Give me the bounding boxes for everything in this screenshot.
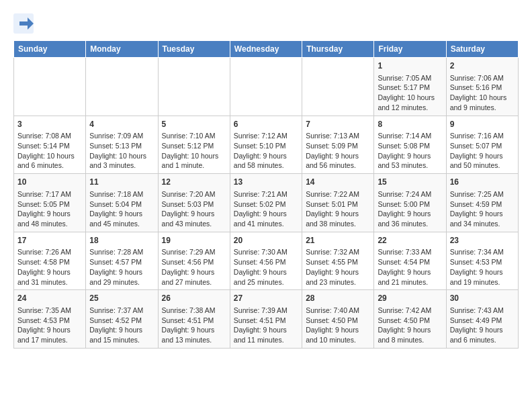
day-info: Sunrise: 7:25 AM bbox=[450, 189, 515, 199]
calendar-cell: 4Sunrise: 7:09 AMSunset: 5:13 PMDaylight… bbox=[86, 116, 158, 174]
day-info: Sunset: 5:07 PM bbox=[450, 141, 515, 151]
day-info: Sunrise: 7:13 AM bbox=[306, 131, 370, 141]
day-info: Sunset: 5:01 PM bbox=[306, 199, 370, 210]
day-number: 17 bbox=[17, 235, 82, 246]
calendar-cell: 16Sunrise: 7:25 AMSunset: 4:59 PMDayligh… bbox=[446, 174, 518, 232]
calendar-cell: 19Sunrise: 7:29 AMSunset: 4:56 PMDayligh… bbox=[158, 232, 230, 290]
day-number: 27 bbox=[234, 293, 298, 304]
day-info: Sunrise: 7:35 AM bbox=[17, 306, 82, 316]
day-number: 3 bbox=[17, 119, 82, 130]
weekday-header-sunday: Sunday bbox=[14, 41, 86, 58]
day-info: Sunrise: 7:24 AM bbox=[378, 189, 442, 199]
day-number: 20 bbox=[234, 235, 298, 246]
day-number: 9 bbox=[450, 119, 515, 130]
calendar-cell bbox=[158, 58, 230, 116]
calendar-cell: 7Sunrise: 7:13 AMSunset: 5:09 PMDaylight… bbox=[302, 116, 374, 174]
day-info: Daylight: 9 hours and 23 minutes. bbox=[306, 267, 370, 287]
day-info: Sunset: 4:49 PM bbox=[450, 316, 515, 326]
day-info: Daylight: 9 hours and 6 minutes. bbox=[450, 325, 515, 345]
day-info: Daylight: 9 hours and 15 minutes. bbox=[89, 325, 154, 345]
calendar-cell: 15Sunrise: 7:24 AMSunset: 5:00 PMDayligh… bbox=[374, 174, 446, 232]
day-info: Sunset: 4:51 PM bbox=[234, 316, 298, 326]
weekday-header-wednesday: Wednesday bbox=[230, 41, 302, 58]
calendar-cell: 22Sunrise: 7:33 AMSunset: 4:54 PMDayligh… bbox=[374, 232, 446, 290]
day-info: Sunset: 4:57 PM bbox=[89, 257, 154, 267]
day-info: Daylight: 9 hours and 25 minutes. bbox=[234, 267, 298, 287]
calendar-week-3: 17Sunrise: 7:26 AMSunset: 4:58 PMDayligh… bbox=[14, 232, 519, 290]
calendar-cell: 18Sunrise: 7:28 AMSunset: 4:57 PMDayligh… bbox=[86, 232, 158, 290]
day-info: Daylight: 9 hours and 21 minutes. bbox=[378, 267, 442, 287]
day-info: Sunset: 4:53 PM bbox=[450, 257, 515, 267]
calendar-cell: 26Sunrise: 7:38 AMSunset: 4:51 PMDayligh… bbox=[158, 290, 230, 349]
calendar-cell: 1Sunrise: 7:05 AMSunset: 5:17 PMDaylight… bbox=[374, 58, 446, 116]
day-number: 22 bbox=[378, 235, 442, 246]
calendar-cell: 10Sunrise: 7:17 AMSunset: 5:05 PMDayligh… bbox=[14, 174, 86, 232]
calendar-cell: 3Sunrise: 7:08 AMSunset: 5:14 PMDaylight… bbox=[14, 116, 86, 174]
day-number: 19 bbox=[162, 235, 226, 246]
day-info: Sunrise: 7:09 AM bbox=[89, 131, 154, 141]
day-info: Sunset: 5:09 PM bbox=[306, 141, 370, 151]
day-number: 21 bbox=[306, 235, 370, 246]
day-info: Sunrise: 7:06 AM bbox=[450, 73, 515, 83]
calendar-cell bbox=[14, 58, 86, 116]
day-number: 11 bbox=[89, 177, 154, 188]
day-info: Sunrise: 7:17 AM bbox=[17, 189, 82, 199]
day-info: Sunset: 5:04 PM bbox=[89, 199, 154, 210]
calendar-cell: 30Sunrise: 7:43 AMSunset: 4:49 PMDayligh… bbox=[446, 290, 518, 349]
day-number: 26 bbox=[162, 293, 226, 304]
day-info: Sunset: 5:08 PM bbox=[378, 141, 442, 151]
day-info: Sunset: 5:12 PM bbox=[162, 141, 226, 151]
weekday-header-friday: Friday bbox=[374, 41, 446, 58]
day-info: Daylight: 9 hours and 50 minutes. bbox=[450, 151, 515, 171]
day-number: 5 bbox=[162, 119, 226, 130]
calendar-cell: 21Sunrise: 7:32 AMSunset: 4:55 PMDayligh… bbox=[302, 232, 374, 290]
day-info: Sunrise: 7:22 AM bbox=[306, 189, 370, 199]
weekday-header-monday: Monday bbox=[86, 41, 158, 58]
day-info: Sunset: 5:05 PM bbox=[17, 199, 82, 210]
day-info: Daylight: 9 hours and 19 minutes. bbox=[450, 267, 515, 287]
day-info: Sunrise: 7:43 AM bbox=[450, 306, 515, 316]
day-info: Sunset: 5:13 PM bbox=[89, 141, 154, 151]
day-info: Sunset: 4:56 PM bbox=[234, 257, 298, 267]
day-number: 14 bbox=[306, 177, 370, 188]
day-info: Daylight: 10 hours and 6 minutes. bbox=[17, 151, 82, 171]
weekday-header-thursday: Thursday bbox=[302, 41, 374, 58]
calendar-cell: 5Sunrise: 7:10 AMSunset: 5:12 PMDaylight… bbox=[158, 116, 230, 174]
day-info: Sunrise: 7:29 AM bbox=[162, 247, 226, 257]
day-info: Daylight: 9 hours and 11 minutes. bbox=[234, 325, 298, 345]
day-info: Sunset: 4:56 PM bbox=[162, 257, 226, 267]
day-info: Daylight: 9 hours and 13 minutes. bbox=[162, 325, 226, 345]
day-info: Daylight: 9 hours and 38 minutes. bbox=[306, 209, 370, 228]
day-info: Sunrise: 7:39 AM bbox=[234, 306, 298, 316]
day-info: Sunset: 5:17 PM bbox=[378, 83, 442, 93]
day-info: Sunset: 4:58 PM bbox=[17, 257, 82, 267]
page-header bbox=[13, 13, 519, 34]
day-number: 28 bbox=[306, 293, 370, 304]
day-info: Sunrise: 7:20 AM bbox=[162, 189, 226, 199]
day-info: Sunset: 4:51 PM bbox=[162, 316, 226, 326]
day-info: Daylight: 10 hours and 12 minutes. bbox=[378, 93, 442, 112]
day-info: Daylight: 9 hours and 27 minutes. bbox=[162, 267, 226, 287]
day-info: Daylight: 10 hours and 3 minutes. bbox=[89, 151, 154, 171]
day-number: 30 bbox=[450, 293, 515, 304]
day-info: Sunrise: 7:21 AM bbox=[234, 189, 298, 199]
day-number: 2 bbox=[450, 60, 515, 72]
day-info: Sunrise: 7:30 AM bbox=[234, 247, 298, 257]
day-info: Sunrise: 7:10 AM bbox=[162, 131, 226, 141]
day-info: Daylight: 9 hours and 45 minutes. bbox=[89, 209, 154, 228]
calendar-table: SundayMondayTuesdayWednesdayThursdayFrid… bbox=[13, 40, 519, 349]
day-info: Daylight: 9 hours and 36 minutes. bbox=[378, 209, 442, 228]
day-number: 7 bbox=[306, 119, 370, 130]
calendar-cell: 20Sunrise: 7:30 AMSunset: 4:56 PMDayligh… bbox=[230, 232, 302, 290]
calendar-week-4: 24Sunrise: 7:35 AMSunset: 4:53 PMDayligh… bbox=[14, 290, 519, 349]
day-info: Sunrise: 7:38 AM bbox=[162, 306, 226, 316]
day-info: Sunset: 5:02 PM bbox=[234, 199, 298, 210]
calendar-cell: 23Sunrise: 7:34 AMSunset: 4:53 PMDayligh… bbox=[446, 232, 518, 290]
calendar-week-0: 1Sunrise: 7:05 AMSunset: 5:17 PMDaylight… bbox=[14, 58, 519, 116]
day-info: Daylight: 9 hours and 58 minutes. bbox=[234, 151, 298, 171]
calendar-cell bbox=[230, 58, 302, 116]
calendar-cell: 11Sunrise: 7:18 AMSunset: 5:04 PMDayligh… bbox=[86, 174, 158, 232]
day-info: Sunrise: 7:28 AM bbox=[89, 247, 154, 257]
day-number: 25 bbox=[89, 293, 154, 304]
day-info: Sunset: 5:16 PM bbox=[450, 83, 515, 93]
